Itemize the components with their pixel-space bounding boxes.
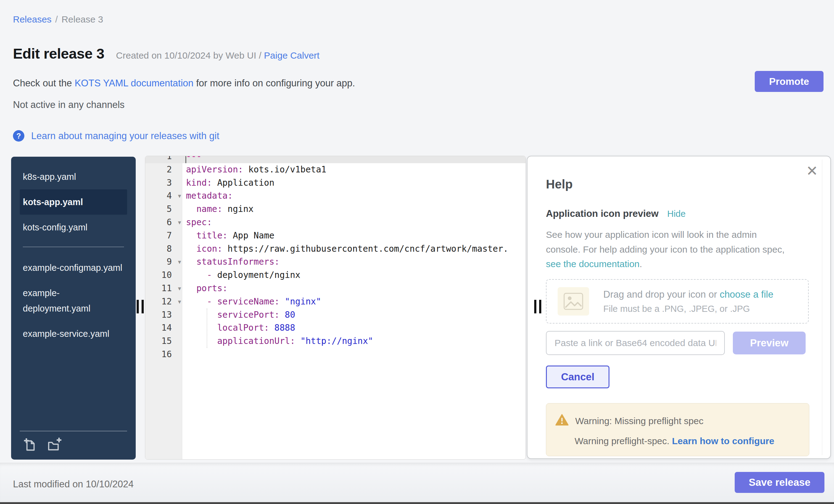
fold-arrow-icon[interactable]: ▾: [178, 282, 181, 295]
sidebar-footer: [20, 431, 127, 460]
yaml-editor[interactable]: 1234▾56▾789▾1011▾12▾13141516 ---apiVersi…: [145, 156, 526, 460]
page-title: Edit release 3: [13, 45, 104, 62]
add-folder-button[interactable]: [47, 437, 62, 452]
icon-preview-section-title: Application icon preview: [546, 208, 659, 219]
code-line-6: spec:: [186, 216, 526, 229]
created-text: Created on 10/10/2024 by Web UI / Paige …: [116, 50, 320, 61]
dropzone-requirements: File must be a .PNG, .JPEG, or .JPG: [603, 304, 773, 314]
help-panel-scrollbar-track: [822, 159, 822, 455]
line-number: 15: [145, 335, 182, 348]
doc-prefix: Check out the: [13, 78, 75, 89]
fold-arrow-icon[interactable]: ▾: [178, 256, 181, 269]
see-documentation-link[interactable]: see the documentation: [546, 259, 640, 269]
description-period: .: [640, 259, 642, 269]
line-number: 11: [145, 282, 182, 295]
help-panel-title: Help: [546, 177, 573, 191]
created-author-link[interactable]: Paige Calvert: [264, 50, 320, 61]
help-panel: ✕ Help Application icon preview Hide See…: [527, 156, 831, 459]
code-line-5: name: nginx: [186, 203, 526, 216]
code-line-3: kind: Application: [186, 176, 526, 190]
code-line-10: - deployment/nginx: [186, 269, 526, 282]
line-number: 2: [145, 163, 182, 176]
add-file-button[interactable]: [23, 437, 37, 452]
icon-dropzone[interactable]: Drag and drop your icon or choose a file…: [546, 279, 809, 324]
code-line-7: title: App Name: [186, 229, 526, 242]
fold-arrow-icon[interactable]: ▾: [178, 190, 181, 203]
editor-resize-handle-left[interactable]: [137, 300, 144, 313]
code-line-16: [186, 348, 526, 361]
add-folder-icon: [47, 448, 62, 453]
indent-guide: [207, 308, 207, 348]
line-number: 4: [145, 190, 182, 203]
editor-code[interactable]: ---apiVersion: kots.io/v1beta1kind: Appl…: [186, 156, 526, 361]
code-line-14: localPort: 8888: [186, 322, 526, 335]
line-number: 7: [145, 229, 182, 242]
file-list-secondary: example-configmap.yamlexample-deployment…: [20, 255, 127, 346]
line-number: 3: [145, 176, 182, 190]
breadcrumb-releases-link[interactable]: Releases: [13, 14, 51, 24]
choose-a-file-link[interactable]: choose a file: [720, 289, 773, 300]
hide-link[interactable]: Hide: [667, 209, 686, 219]
breadcrumb-separator: /: [55, 14, 58, 24]
warning-text: Warning: Missing preflight spec: [575, 416, 704, 426]
file-item-example-deployment.yaml[interactable]: example-deployment.yaml: [20, 280, 127, 321]
icon-url-input[interactable]: [546, 331, 725, 355]
description-line2: console. For help adding your icon to th…: [546, 242, 785, 257]
window-bottom-edge: [0, 502, 834, 504]
text-cursor: [185, 156, 186, 163]
code-line-9: statusInformers:: [186, 256, 526, 269]
line-number: 10: [145, 269, 182, 282]
icon-preview-description: See how your application icon will look …: [546, 227, 785, 271]
learn-how-to-configure-link[interactable]: Learn how to configure: [672, 436, 774, 446]
dropzone-prefix: Drag and drop your icon or: [603, 289, 720, 300]
cancel-button[interactable]: Cancel: [546, 366, 610, 388]
promote-button[interactable]: Promote: [755, 71, 824, 92]
git-help-row: ? Learn about managing your releases wit…: [13, 130, 219, 141]
code-line-12: - serviceName: "nginx": [186, 295, 526, 308]
question-icon: ?: [13, 130, 24, 141]
code-line-8: icon: https://raw.githubusercontent.com/…: [186, 242, 526, 256]
line-number: 1: [145, 156, 182, 163]
close-icon[interactable]: ✕: [806, 164, 818, 178]
code-line-1: ---: [186, 156, 526, 163]
doc-suffix: for more info on configuring your app.: [193, 78, 355, 89]
fold-arrow-icon[interactable]: ▾: [178, 216, 181, 229]
channel-status: Not active in any channels: [13, 99, 125, 110]
line-number: 12: [145, 295, 182, 308]
file-item-k8s-app.yaml[interactable]: k8s-app.yaml: [20, 164, 127, 190]
editor-gutter: 1234▾56▾789▾1011▾12▾13141516: [145, 156, 182, 361]
help-panel-resize-handle[interactable]: [534, 300, 541, 313]
line-number: 14: [145, 322, 182, 335]
save-release-button[interactable]: Save release: [735, 472, 825, 493]
line-number: 13: [145, 308, 182, 322]
warning-detail-text: Warning preflight-spec.: [575, 436, 672, 446]
breadcrumb-current: Release 3: [61, 14, 103, 24]
warning-icon: [555, 414, 568, 428]
add-file-icon: [23, 448, 37, 453]
line-number: 9: [145, 256, 182, 269]
code-line-13: servicePort: 80: [186, 308, 526, 322]
created-prefix: Created on 10/10/2024 by Web UI /: [116, 50, 264, 61]
file-item-example-service.yaml[interactable]: example-service.yaml: [20, 321, 127, 346]
doc-line: Check out the KOTS YAML documentation fo…: [13, 78, 355, 89]
preflight-warning-box: Warning: Missing preflight spec Warning …: [546, 403, 809, 456]
footer-bar: Last modified on 10/10/2024 Save release: [0, 463, 834, 502]
file-item-kots-app.yaml[interactable]: kots-app.yaml: [20, 190, 127, 215]
preview-button[interactable]: Preview: [733, 332, 806, 354]
dropzone-instruction: Drag and drop your icon or choose a file: [603, 289, 773, 300]
line-number: 6: [145, 216, 182, 229]
git-help-link[interactable]: Learn about managing your releases with …: [31, 130, 219, 141]
file-item-example-configmap.yaml[interactable]: example-configmap.yaml: [20, 255, 127, 280]
breadcrumb: Releases/Release 3: [13, 14, 103, 25]
file-list-divider: [23, 247, 124, 247]
last-modified-text: Last modified on 10/10/2024: [13, 479, 134, 490]
kots-yaml-doc-link[interactable]: KOTS YAML documentation: [75, 78, 193, 89]
line-number: 16: [145, 348, 182, 361]
fold-arrow-icon[interactable]: ▾: [178, 295, 181, 308]
code-line-2: apiVersion: kots.io/v1beta1: [186, 163, 526, 176]
file-list-primary: k8s-app.yamlkots-app.yamlkots-config.yam…: [20, 164, 127, 240]
warning-detail: Warning preflight-spec. Learn how to con…: [575, 436, 800, 446]
line-number: 5: [145, 203, 182, 216]
file-item-kots-config.yaml[interactable]: kots-config.yaml: [20, 215, 127, 240]
file-tree-sidebar: k8s-app.yamlkots-app.yamlkots-config.yam…: [11, 157, 136, 460]
